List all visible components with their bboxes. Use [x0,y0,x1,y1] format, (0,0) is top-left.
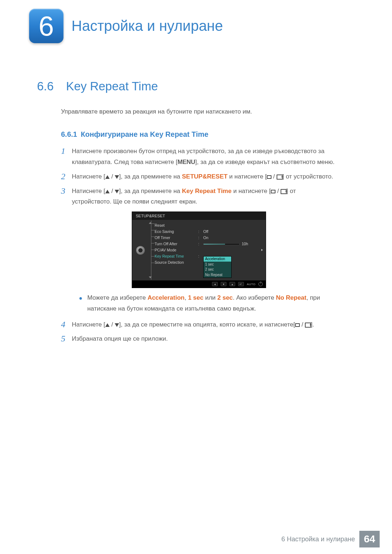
osd-body: Reset Eco Saving:Off Off Timer:On Turn O… [132,220,266,280]
step-1: 1 Натиснете произволен бутон отпред на у… [61,146,337,168]
colon: : [198,254,203,258]
osd-label: Key Repeat Time [155,254,198,258]
text: ] от устройството. [282,173,333,180]
down-icon [115,175,119,179]
chapter-header: 6 Настройка и нулиране [0,0,392,43]
osd-label: Reset [155,223,198,227]
subsection-title: Конфигуриране на Key Repeat Time [81,130,208,139]
osd-value: On [203,235,264,240]
select-icon [267,175,271,179]
osd-value: Off [203,229,264,234]
osd-label: Eco Saving [155,229,198,234]
text: Натиснете [ [72,321,105,328]
up-icon [105,175,110,179]
subsection-heading: 6.6.1 Конфигуриране на Key Repeat Time [61,130,392,139]
colon: : [198,235,203,240]
bullet-text: Можете да изберете Acceleration, 1 sec и… [87,292,337,314]
enter-icon [281,189,286,193]
step-text: Избраната опция ще се приложи. [72,333,168,344]
osd-sidebar [132,220,149,280]
text: ], за да се преместите на опцията, която… [119,321,295,328]
section-number: 6.6 [37,79,54,93]
osd-label: PC/AV Mode [155,248,198,252]
step-number: 2 [61,171,72,182]
osd-row-keyrepeat: Key Repeat Time: Acceleration 1 sec 2 se… [153,253,266,259]
osd-row-pcav: PC/AV Mode [153,247,266,253]
footer-enter-icon: ↵ [238,282,244,286]
text: ], за да преминете на [119,188,182,194]
up-icon [105,190,110,193]
osd-label: Off Timer [155,235,198,240]
note-bullet: • Можете да изберете Acceleration, 1 sec… [79,292,337,314]
osd-value-text: 10h [242,242,248,246]
step-2: 2 Натиснете [ / ], за да преминете на SE… [61,171,337,182]
down-icon [115,323,119,327]
kw-2sec: 2 sec [217,294,233,301]
text: . Ако изберете [233,294,276,301]
text: и натиснете [ [228,173,267,180]
osd-dropdown: Acceleration 1 sec 2 sec No Repeat [203,256,232,278]
slider-icon [203,243,240,245]
steps-list: 1 Натиснете произволен бутон отпред на у… [61,146,337,344]
kw-norepeat: No Repeat [276,294,306,301]
up-icon [105,323,110,327]
footer-page-number: 64 [359,531,380,547]
section-intro: Управлявате времето за реакция на бутони… [61,107,392,116]
section-heading: 6.6 Key Repeat Time [37,79,392,93]
text: ], за да се изведе екранът на съответнот… [195,159,335,165]
down-icon [115,190,119,193]
dropdown-option: 1 sec [204,262,231,267]
section-title: Key Repeat Time [66,79,158,93]
step-number: 4 [61,319,72,330]
footer-power-icon [258,282,263,286]
kw-1sec: 1 sec [188,294,204,301]
footer-up-icon: ▴ [229,282,235,286]
page-footer: 6 Настройка и нулиране 64 [0,531,392,554]
step-3: 3 Натиснете [ / ], за да преминете на Ke… [61,186,337,208]
footer-auto-label: AUTO [247,283,256,286]
key-repeat-keyword: Key Repeat Time [182,188,232,194]
enter-icon [277,175,282,179]
step-number: 1 [61,146,72,168]
footer-down-icon: ▾ [221,282,226,286]
text: или [203,294,217,301]
osd-row-offtimer: Off Timer:On [153,234,266,241]
text: Натиснете [ [72,188,105,194]
chapter-number-badge: 6 [29,9,64,43]
select-icon [295,323,300,327]
step-text: Натиснете [ / ], за да се преместите на … [72,319,314,330]
gear-icon [136,246,145,255]
dropdown-option: Acceleration [204,257,231,262]
setup-reset-keyword: SETUP&RESET [182,173,228,180]
osd-items: Reset Eco Saving:Off Off Timer:On Turn O… [152,220,266,280]
dropdown-option: No Repeat [204,272,231,278]
step-text: Натиснете произволен бутон отпред на уст… [72,146,337,168]
osd-row-turnoff: Turn Off After:10h [153,241,266,247]
bullet-icon: • [79,294,82,316]
step-number: 5 [61,333,72,344]
kw-acceleration: Acceleration [147,294,184,301]
osd-row-reset: Reset [153,222,266,228]
osd-screenshot: SETUP&RESET Reset Eco Saving:Off Off Tim… [132,212,266,288]
footer-left-icon: ◂ [212,282,218,286]
menu-keyword: MENU [177,159,195,165]
colon: : [198,229,203,234]
caret-right-icon [261,249,263,251]
osd-value: 10h [203,242,264,246]
osd-row-eco: Eco Saving:Off [153,228,266,234]
step-number: 3 [61,186,72,208]
osd-footer: ◂ ▾ ▴ ↵ AUTO [132,280,266,288]
text: Можете да изберете [87,294,147,301]
step-4: 4 Натиснете [ / ], за да се преместите н… [61,319,337,330]
colon: : [198,242,203,246]
footer-chapter-label: 6 Настройка и нулиране [281,535,355,543]
enter-icon [305,323,311,327]
text: и натиснете [ [232,188,271,194]
osd-title: SETUP&RESET [132,212,266,220]
subsection-number: 6.6.1 [61,130,77,139]
chapter-title: Настройка и нулиране [72,18,223,34]
step-5: 5 Избраната опция ще се приложи. [61,333,337,344]
osd-label: Turn Off After [155,242,198,246]
text: Натиснете [ [72,173,105,180]
dropdown-option: 2 sec [204,267,231,272]
